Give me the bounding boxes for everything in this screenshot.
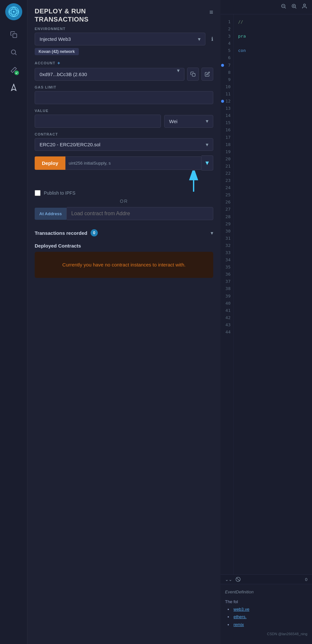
value-amount-input[interactable]: 0 bbox=[35, 115, 161, 128]
line-num-32: 32 bbox=[224, 242, 231, 249]
account-add-icon[interactable]: + bbox=[57, 60, 60, 66]
line-num-13: 13 bbox=[224, 105, 231, 112]
deploy-button[interactable]: Deploy bbox=[35, 156, 65, 170]
account-copy-button[interactable] bbox=[187, 68, 199, 81]
contract-select-wrap: ERC20 - ERC20/ERC20.sol ▼ bbox=[35, 138, 213, 151]
logo bbox=[5, 3, 22, 20]
line-num-16: 16 bbox=[224, 126, 231, 134]
code-line-31 bbox=[238, 235, 307, 242]
at-address-input[interactable] bbox=[66, 207, 213, 220]
environment-select[interactable]: JavaScript VM Injected Web3 Web3 Provide… bbox=[35, 33, 205, 45]
line-num-33: 33 bbox=[224, 249, 231, 256]
code-line-9 bbox=[238, 76, 307, 83]
deploy-expand-button[interactable]: ▼ bbox=[201, 155, 213, 170]
line-num-7: 7 bbox=[224, 62, 231, 69]
panel-header: DEPLOY & RUNTRANSACTIONS ≡ bbox=[27, 0, 220, 27]
code-line-26 bbox=[238, 199, 307, 206]
account-label: ACCOUNT + bbox=[35, 60, 213, 66]
zoom-out-icon[interactable] bbox=[281, 3, 286, 11]
status-bar: ⌄⌄ 0 bbox=[220, 574, 312, 584]
code-line-35 bbox=[238, 264, 307, 271]
line-num-12: 12 bbox=[224, 98, 231, 105]
code-line-10 bbox=[238, 83, 307, 90]
publish-ipfs-checkbox[interactable] bbox=[35, 190, 41, 196]
code-line-13 bbox=[238, 105, 307, 112]
line-num-42: 42 bbox=[224, 314, 231, 321]
transactions-chevron-icon: ▾ bbox=[211, 230, 213, 236]
panel-menu-icon[interactable]: ≡ bbox=[209, 8, 213, 16]
code-line-4 bbox=[238, 40, 307, 47]
gas-limit-input[interactable]: 3000000 bbox=[35, 91, 213, 104]
sidebar-icon-copy[interactable] bbox=[8, 29, 20, 40]
code-line-36 bbox=[238, 271, 307, 278]
code-line-18 bbox=[238, 141, 307, 148]
code-line-15 bbox=[238, 119, 307, 126]
account-section: ACCOUNT + 0xd97...bCc3B (2.630 ▼ bbox=[27, 60, 220, 81]
line-num-27: 27 bbox=[224, 206, 231, 213]
code-line-14 bbox=[238, 112, 307, 119]
deployed-contracts-title: Deployed Contracts bbox=[27, 241, 220, 252]
account-select[interactable]: 0xd97...bCc3B (2.630 bbox=[35, 68, 184, 81]
svg-point-18 bbox=[303, 4, 305, 6]
remix-link[interactable]: remix bbox=[234, 622, 244, 627]
csdn-attribution: CSDN @lan266548_ning bbox=[225, 631, 307, 637]
code-content: // pra con bbox=[234, 14, 312, 574]
svg-marker-7 bbox=[11, 84, 16, 90]
line-num-4: 4 bbox=[224, 40, 231, 47]
contract-select[interactable]: ERC20 - ERC20/ERC20.sol bbox=[35, 138, 213, 151]
line-num-15: 15 bbox=[224, 119, 231, 126]
transactions-recorded-left: Transactions recorded 0 bbox=[35, 229, 98, 236]
sidebar bbox=[0, 0, 27, 644]
expand-icon[interactable]: ⌄⌄ bbox=[225, 577, 232, 582]
code-line-19 bbox=[238, 148, 307, 155]
block-icon bbox=[235, 577, 241, 582]
line-num-36: 36 bbox=[224, 271, 231, 278]
line-num-6: 6 bbox=[224, 54, 231, 61]
line-num-39: 39 bbox=[224, 293, 231, 300]
transactions-recorded-row[interactable]: Transactions recorded 0 ▾ bbox=[27, 225, 220, 241]
line-num-20: 20 bbox=[224, 155, 231, 163]
code-line-29 bbox=[238, 220, 307, 228]
deploy-params: uint256 initialSupply, s bbox=[65, 156, 201, 170]
account-edit-button[interactable] bbox=[201, 68, 213, 81]
ethers-link[interactable]: ethers. bbox=[234, 614, 247, 619]
line-num-19: 19 bbox=[224, 148, 231, 155]
publish-ipfs-label: Publish to IPFS bbox=[44, 190, 76, 196]
code-line-3: pra bbox=[238, 33, 307, 40]
no-contracts-text: Currently you have no contract instances… bbox=[41, 261, 207, 269]
event-definition-label: EventDefinition bbox=[225, 588, 307, 596]
sidebar-icon-deploy[interactable] bbox=[8, 82, 20, 93]
sidebar-icon-search[interactable] bbox=[8, 46, 20, 58]
deploy-row: Deploy uint256 initialSupply, s ▼ bbox=[35, 155, 213, 170]
code-line-25 bbox=[238, 191, 307, 199]
zoom-in-icon[interactable] bbox=[291, 3, 297, 11]
environment-info-icon[interactable]: ℹ bbox=[211, 36, 213, 42]
line-num-37: 37 bbox=[224, 278, 231, 285]
value-row: 0 Wei Gwei Finney Ether ▼ bbox=[35, 115, 213, 128]
web3-link[interactable]: web3.ve bbox=[234, 607, 249, 612]
code-line-24 bbox=[238, 184, 307, 191]
link-remix: remix bbox=[228, 621, 307, 628]
code-line-16 bbox=[238, 126, 307, 134]
value-unit-select[interactable]: Wei Gwei Finney Ether bbox=[164, 115, 213, 128]
environment-label: ENVIRONMENT bbox=[35, 27, 213, 31]
deploy-run-panel: DEPLOY & RUNTRANSACTIONS ≡ ENVIRONMENT J… bbox=[27, 0, 220, 644]
line-num-41: 41 bbox=[224, 307, 231, 314]
code-line-33 bbox=[238, 249, 307, 256]
line-num-23: 23 bbox=[224, 177, 231, 184]
user-icon[interactable] bbox=[302, 3, 307, 11]
code-line-40 bbox=[238, 300, 307, 307]
code-line-34 bbox=[238, 256, 307, 264]
line-num-25: 25 bbox=[224, 191, 231, 199]
contract-label: CONTRACT bbox=[35, 132, 213, 136]
line-numbers: 1 2 3 4 5 6 7 8 9 10 11 12 13 14 15 16 1… bbox=[220, 14, 234, 574]
line-num-17: 17 bbox=[224, 134, 231, 141]
at-address-button[interactable]: At Address bbox=[35, 208, 66, 220]
gas-limit-section: GAS LIMIT 3000000 bbox=[27, 85, 220, 104]
status-icons: ⌄⌄ bbox=[225, 577, 241, 582]
sidebar-icon-plugin[interactable] bbox=[8, 64, 20, 76]
page-title: DEPLOY & RUNTRANSACTIONS bbox=[35, 7, 89, 24]
code-body: 1 2 3 4 5 6 7 8 9 10 11 12 13 14 15 16 1… bbox=[220, 14, 312, 574]
status-count: 0 bbox=[305, 577, 307, 582]
code-line-41 bbox=[238, 307, 307, 314]
